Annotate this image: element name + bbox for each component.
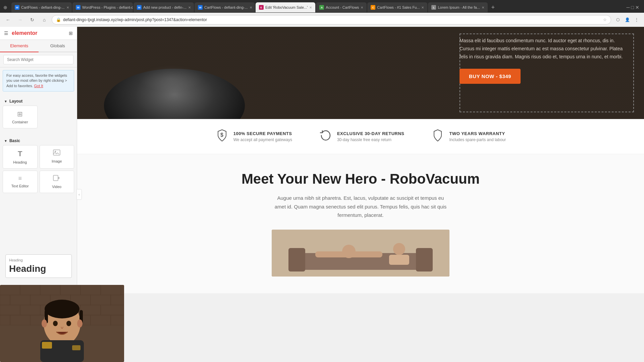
tab-elements[interactable]: Elements: [0, 40, 39, 52]
tab-1-favicon: W: [15, 5, 19, 10]
tab-4-label: CartFlows - defiant-ding-...: [204, 5, 248, 9]
back-button[interactable]: ←: [3, 15, 13, 24]
tab-5-favicon: E: [259, 5, 264, 10]
warranty-title: TWO YEARS WARRANTY: [449, 131, 506, 136]
basic-section-header[interactable]: ▼ Basic: [0, 136, 77, 145]
tab-4-close[interactable]: ✕: [250, 6, 252, 9]
browser-chrome: ⊕ W CartFlows - defiant-ding-... ✕ W Wor…: [0, 0, 644, 27]
minimize-button[interactable]: ─: [627, 5, 630, 10]
svg-point-10: [393, 243, 405, 255]
tab-bar: ⊕ W CartFlows - defiant-ding-... ✕ W Wor…: [0, 0, 644, 13]
search-widget-area: [0, 52, 77, 67]
heading-widget[interactable]: T Heading: [3, 145, 38, 169]
tab-6-label: Account - CartFlows: [326, 5, 359, 9]
image-widget[interactable]: Image: [40, 145, 74, 169]
tab-5[interactable]: E Edit 'RoboVacuum Sale...' ✕: [256, 2, 315, 12]
tab-1-label: CartFlows - defiant-ding-...: [21, 5, 65, 9]
got-it-link[interactable]: Got It: [34, 84, 43, 88]
feature-secure-payments: $ 100% SECURE PAYMENTS We accept all pay…: [215, 129, 292, 144]
buy-now-button[interactable]: BUY NOW - $349: [460, 69, 521, 84]
svg-point-49: [77, 319, 83, 327]
profile-icon[interactable]: 👤: [623, 16, 631, 24]
search-widget-input[interactable]: [3, 55, 73, 64]
secure-payments-title: 100% SECURE PAYMENTS: [233, 131, 292, 136]
tab-3[interactable]: W Add new product - defin-... ✕: [133, 2, 194, 12]
url-bar[interactable]: 🔒 defiant-dingo-tjxgt.instawp.xyz/wp-adm…: [52, 15, 611, 24]
svg-rect-6: [288, 248, 305, 272]
video-widget[interactable]: Video: [40, 171, 74, 193]
tab-7-close[interactable]: ✕: [421, 6, 424, 9]
returns-title: EXCLUSIVE 30-DAY RETURNS: [337, 131, 405, 136]
heading-widget-icon: T: [18, 149, 22, 158]
basic-widget-grid: T Heading Image ≡ Text Editor: [0, 145, 77, 196]
preview-area: Massa elit id faucibus condimentum nunc.…: [77, 27, 644, 362]
tab-7[interactable]: C CartFlows - #1 Sales Fu... ✕: [367, 2, 427, 12]
tab-4[interactable]: W CartFlows - defiant-ding-... ✕: [195, 2, 255, 12]
svg-rect-41: [42, 342, 52, 349]
reload-button[interactable]: ↻: [28, 15, 37, 24]
heading-preview-text: Heading: [9, 263, 68, 274]
sidebar-collapse-arrow[interactable]: ‹: [76, 189, 82, 200]
layout-section-header[interactable]: ▼ Layout: [0, 97, 77, 106]
tab-1[interactable]: W CartFlows - defiant-ding-... ✕: [11, 2, 72, 12]
returns-subtitle: 30-day hassle free easy return: [337, 137, 405, 142]
tab-4-favicon: W: [198, 5, 203, 10]
basic-section: ▼ Basic T Heading Image: [0, 134, 77, 198]
address-bar: ← → ↻ ⌂ 🔒 defiant-dingo-tjxgt.instawp.xy…: [0, 13, 644, 27]
video-widget-label: Video: [52, 185, 61, 189]
grid-icon[interactable]: ⊞: [69, 31, 73, 36]
text-editor-label: Text Editor: [11, 184, 29, 188]
new-tab-button[interactable]: +: [488, 3, 498, 12]
basic-label: Basic: [9, 138, 20, 143]
container-widget[interactable]: ⊞ Container: [3, 106, 38, 128]
home-button[interactable]: ⌂: [40, 15, 49, 24]
svg-rect-42: [72, 345, 80, 350]
svg-rect-0: [53, 150, 60, 155]
tab-8-close[interactable]: ✕: [482, 6, 484, 9]
tab-6[interactable]: A Account - CartFlows ✕: [316, 2, 367, 12]
svg-rect-11: [389, 255, 409, 265]
tab-6-close[interactable]: ✕: [361, 6, 363, 9]
warranty-text: TWO YEARS WARRANTY Includes spare-parts …: [449, 131, 506, 142]
star-icon[interactable]: ☆: [603, 17, 607, 22]
secure-payments-icon: $: [215, 129, 229, 144]
tab-5-label: Edit 'RoboVacuum Sale...': [265, 5, 308, 9]
image-widget-label: Image: [52, 159, 62, 163]
text-editor-icon: ≡: [18, 175, 22, 182]
container-icon: ⊞: [17, 110, 23, 118]
sidebar-tabs: Elements Globals: [0, 40, 77, 52]
more-options-icon[interactable]: ⋮: [633, 16, 641, 24]
heading-widget-label: Heading: [13, 160, 27, 164]
tab-8-label: Lorem Ipsum - All the fa...: [438, 5, 480, 9]
tab-3-label: Add new product - defin-...: [143, 5, 186, 9]
layout-widget-grid: ⊞ Container: [0, 106, 77, 131]
image-widget-icon: [53, 149, 60, 157]
info-box: For easy access, favorite the widgets yo…: [3, 70, 74, 92]
tab-8-favicon: L: [431, 5, 436, 10]
hero-text-block: Massa elit id faucibus condimentum nunc.…: [460, 37, 627, 84]
browser-toolbar: ⬡ 👤 ⋮: [614, 16, 641, 24]
hamburger-menu[interactable]: ☰: [4, 31, 8, 36]
url-icons: ☆: [603, 17, 607, 22]
close-button[interactable]: ✕: [635, 5, 639, 10]
hero-section: Massa elit id faucibus condimentum nunc.…: [77, 27, 644, 119]
svg-rect-7: [416, 248, 433, 272]
feature-warranty: TWO YEARS WARRANTY Includes spare-parts …: [431, 129, 506, 144]
maximize-button[interactable]: □: [631, 5, 634, 10]
features-bar: $ 100% SECURE PAYMENTS We accept all pay…: [77, 119, 644, 154]
extensions-icon[interactable]: ⬡: [614, 16, 622, 24]
tab-1-close[interactable]: ✕: [66, 6, 69, 9]
tab-globals[interactable]: Globals: [39, 40, 77, 52]
tab-8[interactable]: L Lorem Ipsum - All the fa... ✕: [428, 2, 487, 12]
warranty-subtitle: Includes spare-parts and labour: [449, 137, 506, 142]
tab-5-close[interactable]: ✕: [309, 6, 312, 9]
text-editor-widget[interactable]: ≡ Text Editor: [3, 171, 38, 193]
tab-2[interactable]: W WordPress - Plugins - defiant-dingo-..…: [72, 2, 133, 12]
tab-3-close[interactable]: ✕: [188, 6, 191, 9]
svg-point-1: [55, 151, 56, 152]
svg-rect-9: [315, 251, 382, 257]
svg-point-47: [66, 321, 71, 326]
tab-3-favicon: W: [137, 5, 142, 10]
svg-point-48: [42, 319, 47, 327]
forward-button[interactable]: →: [15, 15, 25, 24]
